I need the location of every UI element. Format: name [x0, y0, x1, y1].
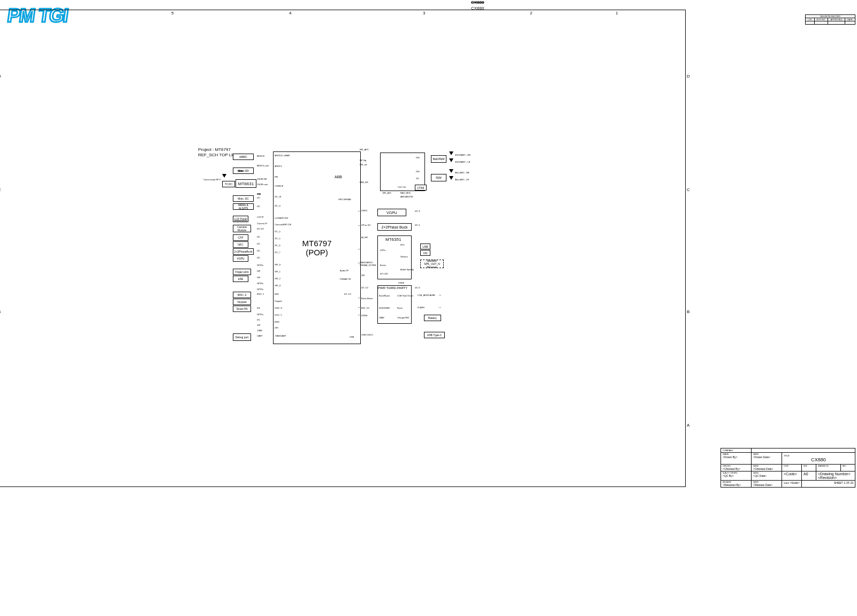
lbl-mt6351: MT6351: [385, 237, 401, 242]
lbl-ai-hr: AI_HR: [361, 236, 368, 239]
lbl-i2c3-r: I2C 3: [415, 210, 420, 212]
block-diagram: Project : MT6797 REF_SCH TOP LEVEL eMMC …: [198, 147, 573, 351]
pin-usb: USB: [350, 336, 354, 338]
zone-row-d-l: D: [0, 74, 1, 79]
box-lcd: LCD Panel: [233, 216, 248, 222]
lbl-clkctrl: CLK Ctrl: [398, 186, 406, 188]
zone-col-2: 2: [530, 11, 532, 16]
tb-checked-date: <Checked Date>: [753, 467, 780, 470]
box-ctp: CTP: [233, 234, 248, 241]
box-battery: Battery: [424, 315, 441, 321]
tb-sheet-lbl: SHEET: [834, 481, 843, 484]
tb-released: <Released By>: [723, 483, 749, 486]
box-debug: Debug port: [233, 333, 251, 341]
lbl-i2c-nfc: I2C: [257, 242, 260, 245]
lbl-lcdif: LCD IF: [257, 216, 264, 218]
lbl-camif: Camera IF: [257, 222, 267, 225]
box-microsd: Micro SD: [233, 168, 254, 174]
lbl-dsi: DSI: [416, 156, 420, 159]
lbl-i2c12-r: I2C 1/2: [361, 286, 368, 289]
pin-lcd: LCD/MIPI DSI: [275, 217, 288, 219]
pin-jtaguart: JTAG/UART: [275, 334, 286, 337]
arrow-vproc: ←: [358, 224, 361, 227]
lbl-gpios4: GPIOs: [257, 313, 263, 316]
lbl-i2c-vgpu: I2C: [257, 256, 260, 259]
pin-i2s12: I2S1 / 2: [275, 314, 282, 316]
tb-code-lbl: CODE: [784, 465, 800, 467]
lbl-2g3gre: 2G/3G RE: [257, 178, 267, 180]
lbl-bucks: Bucks: [380, 264, 386, 267]
lbl-i2c-dbg: I2C: [257, 318, 260, 321]
lbl-bbshs: BBS_HS: [360, 181, 368, 184]
project-line1: Project : MT6797: [198, 147, 231, 152]
zone-row-c-r: C: [687, 187, 690, 192]
lbl-flash2: FLASH: [418, 306, 424, 309]
pin-cam: Camera/MIPI CSI: [275, 223, 291, 226]
zone-col-5: 5: [171, 11, 173, 16]
lbl-2g: 2G: [416, 177, 419, 180]
lbl-vdde: VDDE: [398, 282, 404, 284]
arrow-vgpu: ←: [358, 209, 361, 213]
pin-i2c4: I2C_4: [275, 230, 280, 233]
lbl-gpios2: GPIOs: [257, 282, 263, 285]
pin-spi3: SPI_3: [275, 284, 280, 287]
lbl-bpiapc: BPI_APC: [360, 148, 369, 151]
lbl-i2c-22: I2C: [257, 249, 260, 252]
box-miscdc: Misc. DC: [233, 195, 254, 202]
pin-i2c7: I2C_7: [275, 251, 280, 254]
tb-code: <Code>: [782, 471, 802, 480]
lbl-backboost: Back+Boost: [361, 297, 373, 300]
arrow-ldos: ←: [358, 247, 361, 251]
lbl-bpiatc: BPI_ATC: [383, 192, 391, 194]
tb-of: 23: [850, 481, 853, 484]
box-ese: eSE: [233, 276, 248, 282]
lbl-spi-fp: SPI: [257, 270, 260, 272]
lbl-lcmav: LCM_AVDD,AVEE: [418, 294, 435, 296]
pin-i2s03: I2S0 / 3: [275, 307, 282, 309]
lbl-bsiafc: BSI_afc: [360, 163, 367, 166]
pin-iris: IRIS: [275, 293, 279, 295]
lbl-ant3: Main ANT - HB: [455, 171, 469, 174]
lbl-flash: Flash: [397, 307, 403, 309]
zone-col-1: 1: [616, 11, 618, 16]
box-usbc: USB Type-C: [424, 332, 445, 338]
lbl-spi-ese: SPI: [257, 276, 260, 279]
tb-dwg-lbl: DRAWING NO.: [818, 465, 839, 467]
zone-row-a-r: A: [687, 423, 689, 428]
lbl-i3-ldo: I/O LDO: [380, 272, 388, 275]
pin-eint: EINT: [275, 321, 279, 323]
box-vgpu-l: VGPU: [233, 255, 248, 262]
lbl-ant2: 3G/4GANT - LB: [455, 161, 470, 163]
pin-i2c6: I2C_6: [275, 244, 280, 247]
title-block: COMPANY DRAWN <Drawn By> DATED <Drawn Da…: [721, 448, 855, 488]
tb-rev-lbl: REV: [843, 465, 853, 467]
tb-rev: <Revision>: [818, 476, 837, 480]
pin-pwrap: PWRAP I/F: [340, 278, 351, 280]
box-camera: Camera Module: [233, 225, 251, 232]
pin-i2c12: I2C 1/2: [344, 293, 351, 295]
tb-sheet: 1: [844, 481, 845, 484]
box-keypad: Keypad: [233, 299, 251, 305]
lbl-gpios-fp: GPIOs: [257, 264, 263, 267]
tb-of-lbl: OF: [846, 481, 850, 484]
zone-row-c-l: C: [0, 187, 1, 192]
lbl-ant4: Main ANT - LB: [455, 178, 469, 181]
lbl-i2c01: I2C 0/1: [257, 227, 264, 230]
box-badfem: BaD/FEM: [431, 155, 446, 163]
lbl-bstvol: BST_5V: [361, 307, 369, 309]
lbl-i2c4-r: I2C 4: [415, 224, 420, 226]
tb-drawn: <Drawn By>: [723, 455, 749, 459]
tb-company-lbl: COMPANY: [721, 448, 752, 452]
tb-dwg: <Drawing Number>: [818, 472, 851, 476]
arrow-lcmav: →: [438, 293, 442, 297]
lbl-iris1: IRIS / 1: [257, 293, 264, 295]
pin-spi2: SPI_2: [275, 277, 280, 280]
lbl-vcore: VSRAM_VCORE: [360, 264, 376, 267]
lbl-sim-strike: SIM: [257, 193, 261, 195]
pin-audioif: Audio I/F: [340, 269, 348, 272]
lbl-jtag: JTAG: [257, 329, 262, 332]
pin-keypad: Keypad: [275, 300, 282, 302]
lbl-chg: Charger/SW: [397, 316, 409, 319]
lbl-i2c-mems: I2C: [257, 205, 260, 208]
pin-spi0: SPI_0: [275, 263, 280, 266]
